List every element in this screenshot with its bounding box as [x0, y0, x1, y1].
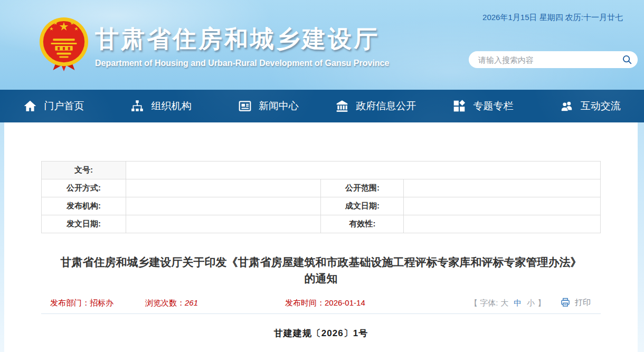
- org-chart-icon: [130, 99, 144, 113]
- open-scope-label: 公开范围:: [321, 179, 404, 197]
- nav-item-label: 新闻中心: [259, 99, 299, 113]
- main-nav: 门户首页 组织机构 新闻中心: [0, 90, 644, 122]
- home-icon: [23, 99, 37, 113]
- font-widget-close: 】: [537, 298, 545, 307]
- article-title-text: 甘肃省住房和城乡建设厅关于印发《甘肃省房屋建筑和市政基础设施工程评标专家库和评标…: [60, 254, 582, 287]
- font-size-small-button[interactable]: 小: [527, 298, 535, 307]
- nav-item-home[interactable]: 门户首页: [0, 90, 107, 122]
- issuing-agency-label: 发布机构:: [42, 197, 126, 215]
- site-title-block: 甘肃省住房和城乡建设厅 Department of Housing and Ur…: [95, 23, 389, 68]
- table-row: 文号:: [42, 161, 601, 179]
- page: 2026年1月15日 星期四 农历:十一月廿七: [0, 0, 644, 352]
- open-method-label: 公开方式:: [42, 179, 126, 197]
- users-icon: [560, 99, 574, 113]
- font-size-medium-button[interactable]: 中: [514, 298, 522, 307]
- doc-number-value: [126, 161, 600, 179]
- nav-item-label: 政府信息公开: [356, 99, 416, 113]
- nav-item-label: 组织机构: [151, 99, 191, 113]
- publish-dept-label: 发布部门：: [50, 298, 90, 307]
- nav-item-label: 门户首页: [44, 99, 84, 113]
- meta-divider: [41, 313, 601, 314]
- doc-number-label: 文号:: [42, 161, 126, 179]
- grid-icon: [452, 99, 466, 113]
- site-header: 2026年1月15日 星期四 农历:十一月廿七: [0, 0, 644, 90]
- document-info-table: 文号: 公开方式: 公开范围: 发布机构: 成文日期: 发文日期: 有效性:: [41, 161, 601, 233]
- search-icon: [621, 54, 633, 65]
- publish-dept-value: 招标办: [90, 298, 113, 307]
- search-input[interactable]: [469, 55, 617, 64]
- document-reference-number: 甘建建规〔2026〕1号: [4, 327, 638, 339]
- publish-time-value: 2026-01-14: [325, 298, 365, 307]
- issue-date-label: 发文日期:: [42, 215, 126, 233]
- newspaper-icon: [238, 99, 252, 113]
- font-widget-open: 【 字体:: [470, 298, 498, 307]
- open-scope-value: [404, 179, 601, 197]
- view-count: 浏览次数：261: [145, 298, 198, 308]
- print-button-label: 打印: [575, 298, 591, 308]
- content-area: 文号: 公开方式: 公开范围: 发布机构: 成文日期: 发文日期: 有效性:: [4, 122, 638, 352]
- publish-time-label: 发布时间：: [285, 298, 325, 307]
- site-title-en: Department of Housing and Urban-Rural De…: [95, 59, 389, 68]
- search-button[interactable]: [617, 51, 638, 68]
- issuing-agency-value: [126, 197, 321, 215]
- validity-label: 有效性:: [321, 215, 404, 233]
- view-count-label: 浏览次数：: [145, 298, 185, 307]
- written-date-value: [404, 197, 601, 215]
- table-row: 公开方式: 公开范围:: [42, 179, 601, 197]
- printer-icon: [560, 297, 571, 308]
- nav-item-news[interactable]: 新闻中心: [215, 90, 322, 122]
- print-button[interactable]: 打印: [560, 297, 591, 308]
- font-size-large-button[interactable]: 大: [500, 298, 508, 307]
- table-row: 发文日期: 有效性:: [42, 215, 601, 233]
- nav-item-interaction[interactable]: 互动交流: [537, 90, 644, 122]
- table-row: 发布机构: 成文日期:: [42, 197, 601, 215]
- publish-dept: 发布部门：招标办: [50, 298, 113, 308]
- nav-item-label: 专题专栏: [473, 99, 513, 113]
- view-count-value: 261: [185, 298, 198, 307]
- national-emblem-icon: [38, 16, 90, 73]
- written-date-label: 成文日期:: [321, 197, 404, 215]
- article-meta-row: 发布部门：招标办 浏览次数：261 发布时间：2026-01-14 【 字体:大…: [41, 297, 601, 310]
- site-title-cn: 甘肃省住房和城乡建设厅: [95, 23, 389, 55]
- nav-item-label: 互动交流: [581, 99, 621, 113]
- nav-item-gov-info[interactable]: 政府信息公开: [322, 90, 429, 122]
- date-text: 2026年1月15日 星期四 农历:十一月廿七: [482, 13, 623, 23]
- government-building-icon: [335, 99, 349, 113]
- font-size-widget: 【 字体:大中小】: [470, 298, 545, 308]
- issue-date-value: [126, 215, 321, 233]
- search-box: [469, 51, 638, 68]
- validity-value: [404, 215, 601, 233]
- open-method-value: [126, 179, 321, 197]
- publish-time: 发布时间：2026-01-14: [285, 298, 365, 308]
- nav-item-special-topics[interactable]: 专题专栏: [429, 90, 536, 122]
- nav-item-organization[interactable]: 组织机构: [107, 90, 214, 122]
- article-title: 甘肃省住房和城乡建设厅关于印发《甘肃省房屋建筑和市政基础设施工程评标专家库和评标…: [4, 254, 638, 287]
